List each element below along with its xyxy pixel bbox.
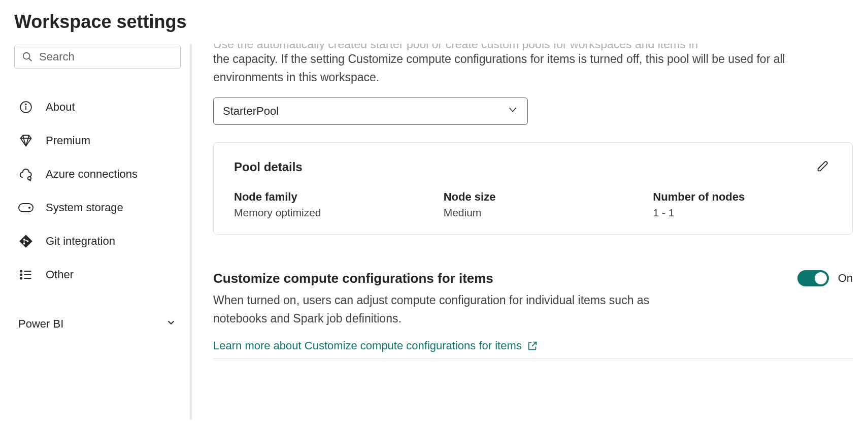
chevron-down-icon [507, 104, 518, 118]
git-icon [18, 234, 34, 249]
search-box[interactable] [14, 45, 181, 69]
detail-number-of-nodes: Number of nodes 1 - 1 [653, 190, 832, 219]
learn-more-link[interactable]: Learn more about Customize compute confi… [213, 339, 538, 352]
detail-label: Node size [444, 190, 623, 204]
svg-point-4 [25, 104, 26, 105]
svg-point-0 [23, 53, 30, 59]
customize-toggle-label: On [838, 272, 853, 285]
sidebar-item-git-integration[interactable]: Git integration [14, 224, 181, 258]
svg-point-17 [20, 277, 22, 279]
pool-dropdown-value: StarterPool [223, 105, 279, 118]
sidebar-item-premium[interactable]: Premium [14, 124, 181, 157]
svg-point-15 [20, 274, 22, 275]
pool-dropdown[interactable]: StarterPool [213, 98, 528, 125]
pencil-icon [816, 159, 830, 173]
sidebar-item-about[interactable]: About [14, 90, 181, 124]
external-link-icon [527, 340, 538, 351]
customize-description: When turned on, users can adjust compute… [213, 291, 690, 328]
sidebar-item-label: System storage [46, 201, 123, 214]
detail-node-size: Node size Medium [444, 190, 623, 219]
svg-line-1 [29, 58, 32, 61]
list-icon [18, 267, 34, 282]
sidebar-item-system-storage[interactable]: System storage [14, 191, 181, 224]
sidebar-item-label: About [46, 101, 75, 114]
chevron-down-icon [165, 317, 177, 331]
sidebar-section-label: Power BI [18, 317, 63, 331]
page-title: Workspace settings [0, 0, 868, 44]
divider [213, 359, 853, 359]
pool-details-card: Pool details Node family Memory optimize… [213, 142, 853, 235]
sidebar-item-label: Premium [46, 134, 90, 147]
detail-value: Memory optimized [234, 207, 413, 219]
diamond-icon [18, 133, 34, 148]
svg-point-7 [29, 207, 30, 208]
svg-rect-6 [19, 204, 33, 212]
svg-point-13 [20, 270, 22, 272]
detail-value: Medium [444, 207, 623, 219]
detail-label: Number of nodes [653, 190, 832, 204]
learn-more-text: Learn more about Customize compute confi… [213, 339, 522, 352]
pool-intro-cut: Use the automatically created starter po… [213, 44, 853, 50]
detail-value: 1 - 1 [653, 207, 832, 219]
detail-label: Node family [234, 190, 413, 204]
pool-details-title: Pool details [234, 160, 303, 174]
customize-title: Customize compute configurations for ite… [213, 271, 493, 286]
sidebar-item-label: Azure connections [46, 168, 138, 181]
sidebar-section-powerbi[interactable]: Power BI [14, 308, 181, 340]
main-content: Use the automatically created starter po… [192, 44, 868, 420]
toggle-knob [815, 272, 827, 284]
search-input[interactable] [39, 50, 173, 63]
edit-button[interactable] [814, 157, 832, 177]
sidebar: About Premium Azure connections [0, 44, 192, 420]
sidebar-item-label: Other [46, 268, 74, 281]
sidebar-item-other[interactable]: Other [14, 258, 181, 291]
customize-toggle[interactable] [797, 270, 829, 286]
info-icon [18, 100, 34, 115]
detail-node-family: Node family Memory optimized [234, 190, 413, 219]
sidebar-item-label: Git integration [46, 235, 115, 248]
svg-point-5 [28, 177, 31, 180]
search-icon [22, 51, 33, 62]
customize-setting: Customize compute configurations for ite… [213, 270, 853, 359]
storage-icon [18, 200, 34, 215]
cloud-icon [18, 167, 34, 182]
sidebar-item-azure-connections[interactable]: Azure connections [14, 157, 181, 191]
pool-intro: the capacity. If the setting Customize c… [213, 50, 853, 86]
